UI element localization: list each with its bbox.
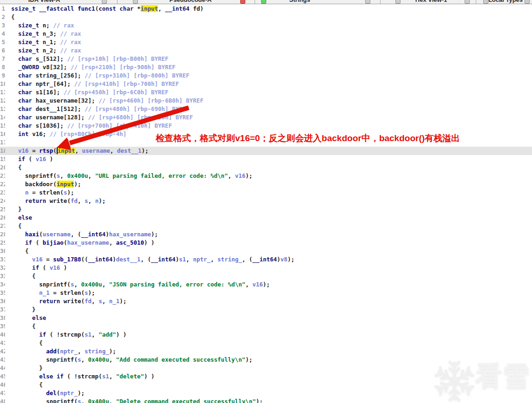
- code-line[interactable]: 36return write(fd, s, n_1);: [0, 297, 532, 306]
- code-line[interactable]: 28haxi(username, (__int64)hax_username);: [0, 230, 532, 239]
- tab-divider: [117, 0, 118, 4]
- code-line[interactable]: 41{: [0, 339, 532, 347]
- code-line[interactable]: 46{: [0, 381, 532, 389]
- token-c: // rax: [60, 30, 81, 37]
- tab-strings[interactable]: Strings: [289, 0, 310, 3]
- code-line[interactable]: 13char dest__1[512]; // [rsp+480h] [rbp-…: [0, 105, 532, 113]
- code-line-current[interactable]: 18v16 = rtsp(input, username, dest__1);: [0, 147, 532, 155]
- line-number: 18: [0, 147, 5, 155]
- code-line[interactable]: 4size_t n_3; // rax: [0, 30, 532, 38]
- token-k: char: [18, 72, 32, 79]
- line-number: 9: [0, 72, 5, 80]
- code-text: char hax_username[32]; // [rsp+460h] [rb…: [11, 97, 532, 105]
- code-line[interactable]: 12char hax_username[32]; // [rsp+460h] […: [0, 97, 532, 105]
- line-number: 11: [0, 88, 5, 97]
- code-line[interactable]: 5size_t n_1; // rax: [0, 38, 532, 46]
- tab-local-types[interactable]: Local Types: [488, 0, 523, 3]
- pane-icon[interactable]: [525, 0, 530, 4]
- code-line[interactable]: 3size_t n; // rax: [0, 21, 532, 30]
- pane-icon[interactable]: [465, 0, 470, 4]
- token-k: char: [18, 97, 32, 104]
- token-v: v16: [18, 147, 29, 154]
- code-text: snprintf(s, 0x400u, "Delete command exec…: [11, 397, 532, 403]
- code-line[interactable]: 11char s1[16]; // [rsp+450h] [rbp-6C0h] …: [0, 88, 532, 97]
- token-f: asc_5010: [116, 239, 144, 246]
- token-p: n_1;: [39, 39, 60, 46]
- token-p: ): [112, 256, 116, 263]
- code-line[interactable]: 1ssize_t __fastcall func1(const char *in…: [0, 5, 532, 13]
- line-number: 31: [0, 255, 5, 264]
- code-line[interactable]: 23n = strlen(s);: [0, 188, 532, 197]
- code-line[interactable]: 10char nptr_[64]; // [rsp+410h] [rbp-700…: [0, 80, 532, 88]
- code-line[interactable]: 21snprintf(s, 0x400u, "URL parsing faile…: [0, 172, 532, 180]
- code-line[interactable]: 29if ( bijiao(hax_username, asc_5010) ): [0, 239, 532, 247]
- pane-icon[interactable]: [395, 0, 401, 4]
- highlighted-token[interactable]: input: [57, 181, 74, 188]
- code-line[interactable]: 27{: [0, 222, 532, 230]
- code-line[interactable]: 9char string_[256]; // [rsp+310h] [rbp-8…: [0, 72, 532, 80]
- code-line[interactable]: 42add(nptr_, string_);: [0, 347, 532, 356]
- tab-ida-view-a[interactable]: IDA View-A: [28, 0, 60, 3]
- line-number: 47: [0, 389, 5, 397]
- token-p: n_2;: [39, 47, 60, 54]
- token-c: // [rsp+460h] [rbp-6B0h] BYREF: [99, 97, 204, 104]
- close-icon[interactable]: [240, 0, 245, 4]
- pane-icon[interactable]: [102, 0, 107, 4]
- code-line[interactable]: 20{: [0, 163, 532, 172]
- code-line[interactable]: 48snprintf(s, 0x400u, "Delete command ex…: [0, 397, 532, 403]
- token-p: );: [245, 172, 252, 179]
- code-line[interactable]: 43snprintf(s, 0x400u, "Add command execu…: [0, 356, 532, 364]
- highlighted-token[interactable]: input: [58, 147, 75, 154]
- code-line[interactable]: 8_QWORD v8[32]; // [rsp+210h] [rbp-900h]…: [0, 63, 532, 72]
- code-line[interactable]: 22backdoor(input);: [0, 180, 532, 188]
- tab-hex-view-1[interactable]: Hex View-1: [415, 0, 447, 3]
- strings-pane-icon[interactable]: [261, 0, 266, 4]
- code-line[interactable]: 30{: [0, 247, 532, 255]
- pane-icon[interactable]: [483, 0, 488, 4]
- tab-pseudocode-a[interactable]: Pseudocode-A: [169, 0, 211, 3]
- token-p: );: [288, 256, 295, 263]
- annotation-text: 检查格式，格式对则v16=0；反之则会进入backdoor中，backdoor(…: [156, 133, 460, 143]
- token-k: const char: [99, 5, 133, 12]
- token-k: else: [32, 314, 46, 321]
- code-line[interactable]: 14char username[128]; // [rsp+680h] [rbp…: [0, 113, 532, 122]
- token-p: write(: [46, 197, 71, 204]
- line-number: 30: [0, 247, 5, 255]
- code-line[interactable]: 35n_1 = strlen(s);: [0, 289, 532, 297]
- code-text: char dest__1[512]; // [rsp+480h] [rbp-69…: [11, 105, 532, 113]
- code-line[interactable]: 24return write(fd, s, n);: [0, 197, 532, 205]
- token-k: __int64: [81, 231, 106, 238]
- token-v: n: [25, 189, 29, 196]
- code-line[interactable]: 31v16 = sub_17B8((__int64)dest__1, (__in…: [0, 255, 532, 264]
- code-line[interactable]: 33{: [0, 272, 532, 280]
- code-line[interactable]: 37}: [0, 306, 532, 314]
- line-number: 20: [0, 163, 5, 172]
- code-line[interactable]: 39{: [0, 322, 532, 331]
- code-line[interactable]: 6size_t n_2; // rax: [0, 46, 532, 55]
- code-line[interactable]: 26else: [0, 214, 532, 222]
- token-p: snprintf(: [46, 398, 78, 403]
- code-line[interactable]: 7char s_[512]; // [rsp+10h] [rbp-B00h] B…: [0, 55, 532, 63]
- code-line[interactable]: 38else: [0, 314, 532, 322]
- code-line[interactable]: 2{: [0, 13, 532, 21]
- code-line[interactable]: 15char s[1036]; // [rsp+700h] [rbp-410h]…: [0, 122, 532, 130]
- code-line[interactable]: 45else if ( !strcmp(s1, "delete") ): [0, 372, 532, 381]
- tab-divider: [476, 0, 476, 4]
- pane-icon[interactable]: [365, 0, 370, 4]
- code-text: {: [11, 272, 532, 280]
- token-c: // [rsp+310h] [rbp-800h] BYREF: [85, 72, 190, 79]
- highlighted-token[interactable]: input: [141, 5, 158, 12]
- code-line[interactable]: 44}: [0, 364, 532, 372]
- token-v: s: [99, 298, 102, 305]
- code-line[interactable]: 40if ( !strcmp(s1, "add") ): [0, 331, 532, 339]
- code-line[interactable]: 47del(nptr_);: [0, 389, 532, 397]
- code-line[interactable]: 25}: [0, 205, 532, 214]
- token-p: ,: [228, 172, 235, 179]
- token-v: username: [43, 231, 71, 238]
- code-line[interactable]: 34snprintf(s, 0x400u, "JSON parsing fail…: [0, 280, 532, 289]
- code-line[interactable]: 19if ( v16 ): [0, 155, 532, 163]
- token-f: rtsp: [39, 147, 53, 154]
- token-p: snprintf(: [46, 356, 78, 363]
- pane-icon[interactable]: [133, 0, 138, 4]
- code-line[interactable]: 32if ( v16 ): [0, 264, 532, 272]
